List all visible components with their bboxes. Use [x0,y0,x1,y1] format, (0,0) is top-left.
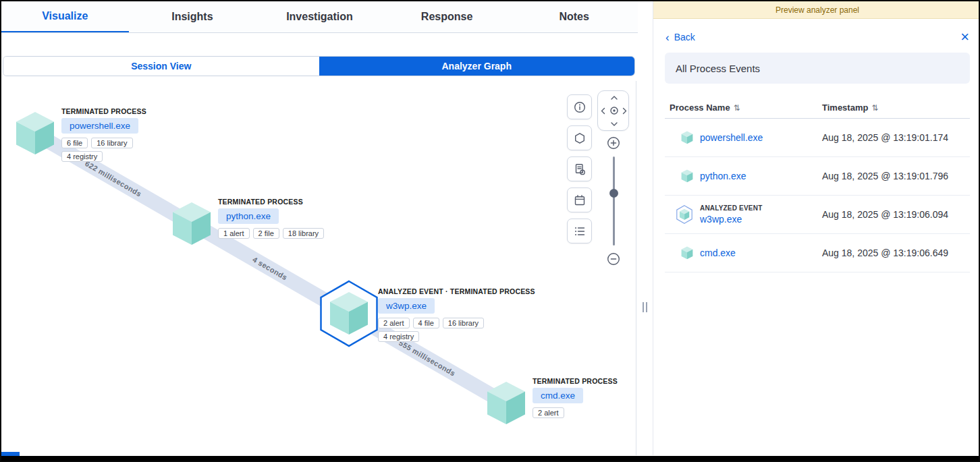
zoom-out-button[interactable] [604,250,623,268]
tab-label: Response [421,11,472,23]
process-cube-icon [485,381,527,426]
registry-count-badge[interactable]: 4 registry [61,151,103,162]
process-link[interactable]: powershell.exe [700,132,763,143]
node-badges: 2 alert 4 file 16 library 4 registry [378,318,491,342]
analyzer-graph-canvas[interactable]: 622 milliseconds 4 seconds 555 milliseco… [1,81,636,455]
node-python[interactable]: TERMINATED PROCESS python.exe 1 alert 2 … [171,202,213,246]
node-kind-label: TERMINATED PROCESS [218,198,447,206]
process-link[interactable]: python.exe [700,171,746,181]
pan-down-button[interactable] [610,121,618,127]
process-cube-icon [14,111,56,156]
process-name-cell: python.exe [665,169,822,183]
back-label: Back [674,32,695,42]
tab-bar: Visualize Insights Investigation Respons… [1,1,638,33]
bottom-bar [1,456,979,461]
process-name-cell: powershell.exe [665,131,822,144]
node-kind-label: TERMINATED PROCESS [533,377,636,385]
panel-resize-handle[interactable] [641,302,648,312]
process-name-pill[interactable]: powershell.exe [61,118,138,134]
panel-title: All Process Events [665,53,970,84]
process-cube-icon [681,246,693,260]
tab-insights[interactable]: Insights [129,1,256,32]
node-w3wp-selected[interactable]: ANALYZED EVENT · TERMINATED PROCESS w3wp… [328,291,370,336]
process-name-pill[interactable]: w3wp.exe [378,298,435,314]
center-target-icon [609,106,619,115]
node-badges: 6 file 16 library 4 registry [61,138,153,162]
tab-visualize[interactable]: Visualize [1,1,129,32]
zoom-slider[interactable] [613,156,615,246]
tab-label: Notes [559,11,589,23]
chevron-left-icon [600,107,606,115]
document-settings-icon [574,163,586,175]
process-link[interactable]: w3wp.exe [700,214,762,225]
preview-analyzer-panel: Preview analyzer panel ‹ Back × All Proc… [653,1,980,455]
zoom-out-icon [606,252,621,266]
pan-up-button[interactable] [610,94,618,100]
node-cmd[interactable]: TERMINATED PROCESS cmd.exe 2 alert [485,381,527,426]
timestamp-value: Aug 18, 2025 @ 13:19:01.174 [822,132,948,143]
generated-events-button[interactable] [567,156,592,181]
library-count-badge[interactable]: 16 library [443,318,484,328]
edge-duration-label: 555 milliseconds [398,339,457,378]
pan-left-button[interactable] [600,107,606,115]
alert-count-badge[interactable]: 2 alert [378,318,410,328]
column-header-timestamp[interactable]: Timestamp ⇅ [822,103,878,113]
tab-label: Visualize [42,10,88,22]
node-meta: TERMINATED PROCESS python.exe 1 alert 2 … [218,198,447,239]
column-label: Timestamp [822,103,868,113]
library-count-badge[interactable]: 18 library [283,228,324,239]
view-toggle: Session View Analyzer Graph [3,56,635,76]
library-count-badge[interactable]: 16 library [91,138,132,148]
chevron-down-icon [610,121,618,127]
table-header-row: Process Name ⇅ Timestamp ⇅ [665,97,970,119]
panel-header: ‹ Back × [653,24,980,50]
alert-count-badge[interactable]: 1 alert [218,228,250,239]
session-view-button[interactable]: Session View [3,57,319,76]
analyzed-event-cube-icon [676,205,693,224]
info-button[interactable] [567,94,592,119]
analyzer-graph-button[interactable]: Analyzer Graph [319,57,635,76]
node-kind-label: TERMINATED PROCESS [61,107,291,115]
process-name-cell: cmd.exe [665,246,822,260]
legend-list-button[interactable] [567,219,592,243]
file-count-badge[interactable]: 4 file [413,318,439,328]
pan-controls [597,90,629,131]
registry-count-badge[interactable]: 4 registry [378,331,419,342]
node-meta: ANALYZED EVENT · TERMINATED PROCESS w3wp… [378,287,607,342]
sort-icon[interactable]: ⇅ [734,103,740,113]
node-kind-label: ANALYZED EVENT · TERMINATED PROCESS [378,287,607,295]
date-picker-button[interactable] [567,187,592,212]
table-row: cmd.exe Aug 18, 2025 @ 13:19:06.649 [665,234,970,272]
timestamp-value: Aug 18, 2025 @ 13:19:06.649 [822,248,948,258]
alert-count-badge[interactable]: 2 alert [533,407,564,418]
process-name-pill[interactable]: python.exe [218,208,279,224]
back-button[interactable]: ‹ Back [665,32,695,43]
graph-toolbar [567,94,592,243]
tab-notes[interactable]: Notes [510,1,638,32]
zoom-slider-thumb[interactable] [609,189,618,198]
center-graph-button[interactable] [609,106,619,115]
node-meta: TERMINATED PROCESS powershell.exe 6 file… [61,107,291,162]
column-header-process-name[interactable]: Process Name ⇅ [665,103,822,113]
node-powershell[interactable]: TERMINATED PROCESS powershell.exe 6 file… [14,111,56,156]
file-count-badge[interactable]: 2 file [253,228,279,239]
process-link[interactable]: cmd.exe [700,248,736,258]
sort-icon[interactable]: ⇅ [871,103,878,113]
tab-investigation[interactable]: Investigation [256,1,383,32]
main-panel: Visualize Insights Investigation Respons… [1,1,638,455]
zoom-control [602,134,625,268]
close-panel-button[interactable]: × [960,30,969,45]
info-icon [574,101,586,113]
tab-label: Investigation [286,11,353,23]
process-cube-icon [681,131,693,144]
pan-right-button[interactable] [622,107,628,115]
process-name-pill[interactable]: cmd.exe [533,388,583,403]
tab-response[interactable]: Response [383,1,511,32]
schema-button[interactable] [567,125,592,150]
process-events-table: Process Name ⇅ Timestamp ⇅ powershell.ex… [665,97,970,272]
file-count-badge[interactable]: 6 file [61,138,88,148]
zoom-in-button[interactable] [604,134,623,152]
node-badges: 1 alert 2 file 18 library [218,228,366,239]
tab-label: Insights [171,11,213,23]
calendar-icon [574,194,586,206]
